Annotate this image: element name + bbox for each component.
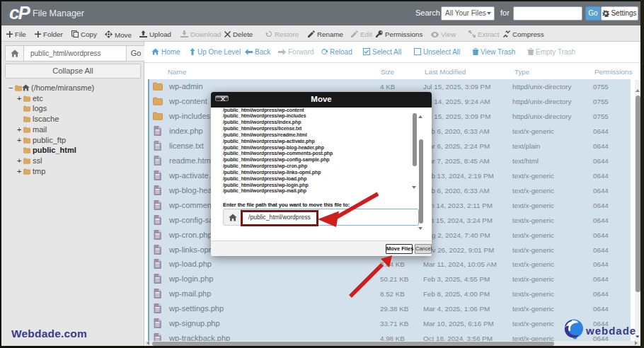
svg-text:webdade: webdade (585, 325, 636, 337)
